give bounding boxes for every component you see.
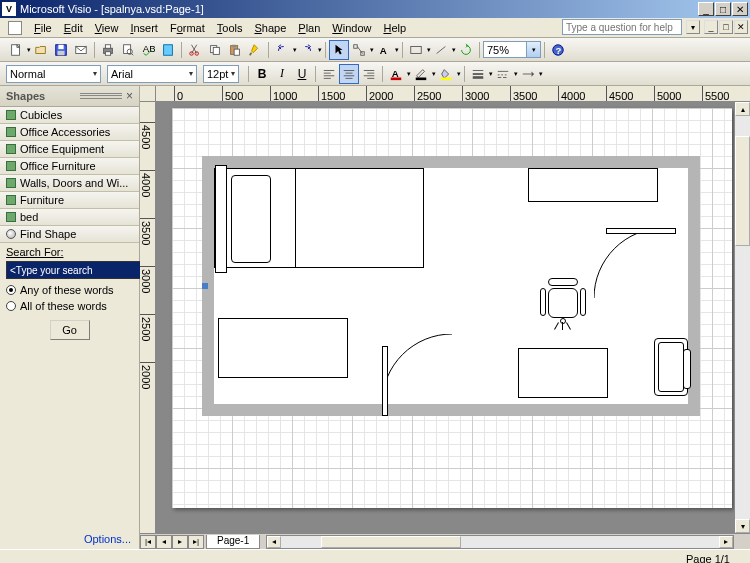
pointer-tool[interactable] [329,40,349,60]
help-search-input[interactable] [562,19,682,35]
selection-handle[interactable] [202,283,208,289]
shape-bed[interactable] [214,168,424,268]
prev-page-button[interactable]: ◂ [156,535,172,549]
menu-insert[interactable]: Insert [124,20,164,36]
stencil-office-furniture[interactable]: Office Furniture [0,158,139,175]
stencil-walls-doors[interactable]: Walls, Doors and Wi... [0,175,139,192]
shape-desk[interactable] [528,168,658,202]
style-combo[interactable]: Normal▾ [6,65,101,83]
format-painter-button[interactable] [245,40,265,60]
scroll-thumb[interactable] [321,536,461,548]
last-page-button[interactable]: ▸| [188,535,204,549]
print-button[interactable] [98,40,118,60]
italic-button[interactable]: I [272,64,292,84]
shapes-close-button[interactable]: × [126,89,133,103]
redo-button[interactable] [297,40,317,60]
scroll-down-button[interactable]: ▾ [735,519,750,533]
align-right-button[interactable] [359,64,379,84]
next-page-button[interactable]: ▸ [172,535,188,549]
shape-cabinet[interactable] [218,318,348,378]
stencil-office-equipment[interactable]: Office Equipment [0,141,139,158]
menu-edit[interactable]: Edit [58,20,89,36]
open-button[interactable] [31,40,51,60]
canvas[interactable] [156,102,734,533]
minimize-button[interactable]: _ [698,2,714,16]
help-dropdown-arrow[interactable]: ▾ [686,20,700,34]
print-preview-button[interactable] [118,40,138,60]
stencil-bed[interactable]: bed [0,209,139,226]
rectangle-tool[interactable] [406,40,426,60]
shape-office-chair[interactable] [538,278,588,328]
menu-view[interactable]: View [89,20,125,36]
shape-table[interactable] [518,348,608,398]
new-button[interactable] [6,40,26,60]
room-walls[interactable] [202,156,700,416]
menu-file[interactable]: File [28,20,58,36]
save-button[interactable] [51,40,71,60]
rotate-tool[interactable] [456,40,476,60]
radio-any-words[interactable]: Any of these words [0,282,139,298]
line-tool[interactable] [431,40,451,60]
help-button[interactable]: ? [548,40,568,60]
close-button[interactable]: ✕ [732,2,748,16]
cut-button[interactable] [185,40,205,60]
scroll-left-button[interactable]: ◂ [267,536,281,548]
vertical-scrollbar[interactable]: ▴ ▾ [734,102,750,533]
underline-button[interactable]: U [292,64,312,84]
line-ends-dropdown[interactable]: ▾ [538,70,543,78]
text-tool[interactable]: A [374,40,394,60]
paste-button[interactable] [225,40,245,60]
research-button[interactable] [158,40,178,60]
line-color-button[interactable] [411,64,431,84]
spelling-button[interactable]: ABC [138,40,158,60]
first-page-button[interactable]: |◂ [140,535,156,549]
find-shape-item[interactable]: Find Shape [0,226,139,243]
fill-color-dropdown[interactable]: ▾ [456,70,461,78]
scroll-up-button[interactable]: ▴ [735,102,750,116]
ruler-vertical[interactable]: 4500 4000 3500 3000 2500 2000 [140,102,156,533]
zoom-input[interactable] [483,41,527,58]
copy-button[interactable] [205,40,225,60]
scroll-thumb[interactable] [735,136,750,246]
doc-restore-button[interactable]: □ [719,20,733,34]
zoom-dropdown[interactable]: ▾ [527,41,541,58]
fill-color-button[interactable] [436,64,456,84]
font-combo[interactable]: Arial▾ [107,65,197,83]
bold-button[interactable]: B [252,64,272,84]
align-left-button[interactable] [319,64,339,84]
shape-door-right[interactable] [664,228,676,298]
redo-dropdown[interactable]: ▾ [317,46,322,54]
stencil-cubicles[interactable]: Cubicles [0,107,139,124]
page[interactable] [172,108,732,508]
maximize-button[interactable]: □ [715,2,731,16]
menu-format[interactable]: Format [164,20,211,36]
shape-sofa[interactable] [654,338,688,396]
go-button[interactable]: Go [50,320,90,340]
menu-help[interactable]: Help [377,20,412,36]
options-link[interactable]: Options... [0,529,139,549]
doc-close-button[interactable]: ✕ [734,20,748,34]
email-button[interactable] [71,40,91,60]
line-pattern-button[interactable] [493,64,513,84]
font-color-button[interactable]: A [386,64,406,84]
doc-minimize-button[interactable]: _ [704,20,718,34]
ruler-horizontal[interactable]: 0 500 1000 1500 2000 2500 3000 3500 4000… [156,86,750,102]
scroll-right-button[interactable]: ▸ [719,536,733,548]
radio-all-words[interactable]: All of these words [0,298,139,314]
line-weight-button[interactable] [468,64,488,84]
stencil-office-accessories[interactable]: Office Accessories [0,124,139,141]
stencil-furniture[interactable]: Furniture [0,192,139,209]
menu-window[interactable]: Window [326,20,377,36]
size-combo[interactable]: 12pt▾ [203,65,239,83]
horizontal-scrollbar[interactable]: ◂ ▸ [266,535,734,549]
shape-door-bottom[interactable] [382,404,452,416]
connector-tool[interactable] [349,40,369,60]
menu-shape[interactable]: Shape [248,20,292,36]
undo-button[interactable] [272,40,292,60]
search-input[interactable] [6,261,141,279]
text-dropdown[interactable]: ▾ [394,46,399,54]
page-tab-1[interactable]: Page-1 [206,535,260,549]
align-center-button[interactable] [339,64,359,84]
menu-plan[interactable]: Plan [292,20,326,36]
line-ends-button[interactable] [518,64,538,84]
